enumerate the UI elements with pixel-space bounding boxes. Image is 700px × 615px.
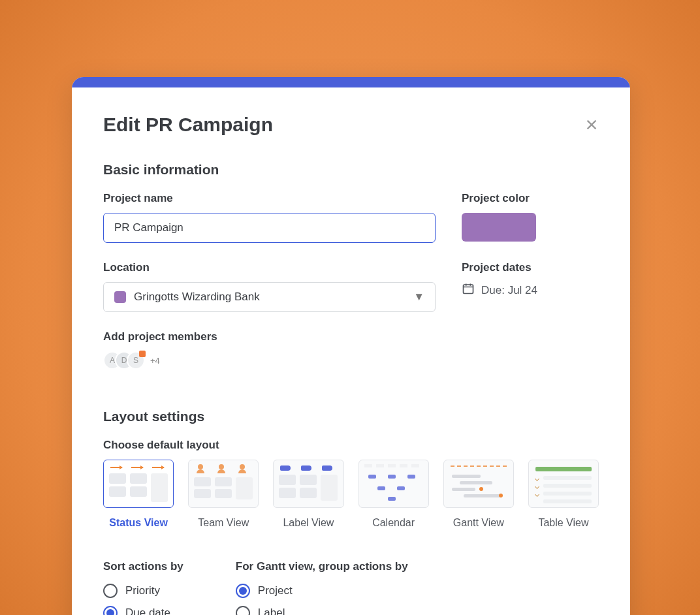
radio-label: Due date bbox=[125, 607, 170, 615]
modal-accent-bar bbox=[72, 77, 630, 87]
layout-option-team[interactable] bbox=[188, 460, 259, 508]
radio-label: Priority bbox=[125, 584, 160, 597]
project-color-swatch[interactable] bbox=[462, 213, 536, 242]
gantt-group-project[interactable]: Project bbox=[236, 584, 408, 598]
choose-layout-label: Choose default layout bbox=[103, 439, 599, 452]
section-layout-settings: Layout settings bbox=[103, 409, 599, 424]
project-name-input[interactable] bbox=[103, 213, 436, 243]
layout-label-gantt: Gantt View bbox=[443, 517, 514, 529]
project-color-label: Project color bbox=[462, 192, 599, 205]
layout-label-label: Label View bbox=[273, 517, 343, 529]
layout-label-status: Status View bbox=[103, 517, 174, 529]
radio-icon bbox=[103, 584, 118, 598]
modal-title: Edit PR Campaign bbox=[103, 114, 273, 136]
project-members[interactable]: A D S +4 bbox=[103, 351, 599, 370]
project-dates-label: Project dates bbox=[462, 261, 599, 274]
location-value: Gringotts Wizarding Bank bbox=[134, 291, 406, 304]
sort-option-priority[interactable]: Priority bbox=[103, 584, 183, 598]
radio-label: Label bbox=[258, 607, 285, 615]
sort-option-due-date[interactable]: Due date bbox=[103, 606, 183, 615]
radio-icon bbox=[103, 606, 118, 615]
radio-label: Project bbox=[258, 584, 293, 597]
avatar: S bbox=[127, 351, 145, 370]
radio-icon bbox=[236, 606, 250, 615]
members-more-count: +4 bbox=[150, 356, 160, 366]
close-icon[interactable] bbox=[584, 118, 599, 132]
layout-option-label[interactable] bbox=[273, 460, 343, 508]
edit-project-modal: Edit PR Campaign Basic information Proje… bbox=[72, 77, 630, 615]
layout-label-table: Table View bbox=[528, 517, 599, 529]
location-select[interactable]: Gringotts Wizarding Bank ▼ bbox=[103, 282, 436, 312]
layout-option-calendar[interactable] bbox=[358, 460, 429, 508]
layout-option-status[interactable] bbox=[103, 460, 174, 508]
gantt-group-label[interactable]: Label bbox=[236, 606, 408, 615]
location-color-icon bbox=[114, 291, 126, 303]
project-name-label: Project name bbox=[103, 192, 436, 205]
location-label: Location bbox=[103, 261, 436, 274]
sort-actions-label: Sort actions by bbox=[103, 560, 183, 573]
layout-label-team: Team View bbox=[188, 517, 259, 529]
due-date-text: Due: Jul 24 bbox=[481, 284, 537, 297]
add-members-label: Add project members bbox=[103, 330, 599, 343]
section-basic-info: Basic information bbox=[103, 162, 599, 178]
gantt-group-label: For Gantt view, group actions by bbox=[236, 560, 408, 573]
radio-icon bbox=[236, 584, 250, 598]
layout-option-gantt[interactable] bbox=[443, 460, 514, 508]
chevron-down-icon: ▼ bbox=[413, 291, 424, 304]
layout-option-table[interactable] bbox=[528, 460, 599, 508]
project-dates-value[interactable]: Due: Jul 24 bbox=[462, 282, 599, 298]
svg-rect-0 bbox=[464, 285, 473, 293]
calendar-icon bbox=[462, 282, 475, 298]
layout-label-calendar: Calendar bbox=[358, 517, 429, 529]
